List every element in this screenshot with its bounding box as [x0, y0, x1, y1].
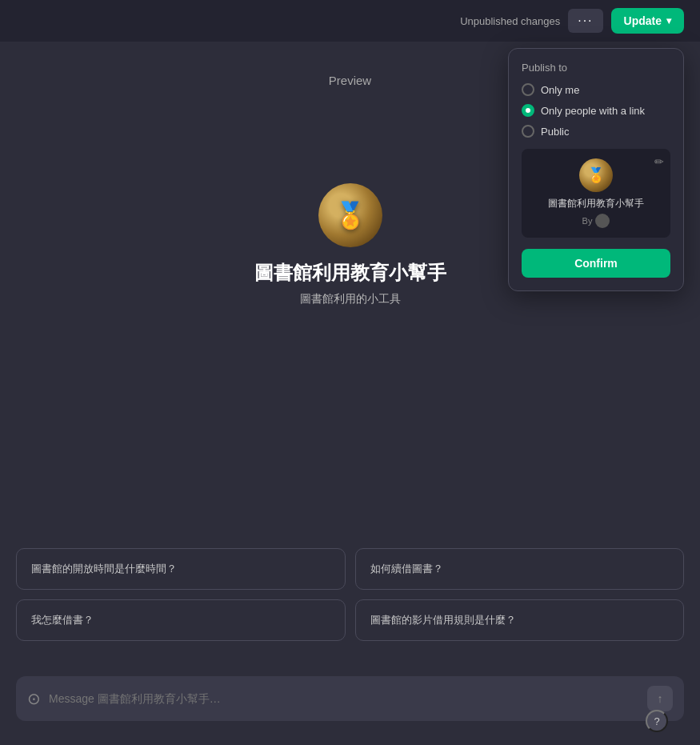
unpublished-label: Unpublished changes [460, 15, 560, 27]
suggestion-btn-3[interactable]: 圖書館的影片借用規則是什麼？ [355, 599, 685, 641]
suggestion-btn-0[interactable]: 圖書館的開放時間是什麼時間？ [16, 548, 346, 590]
message-bar: ⊙ ↑ [16, 676, 684, 721]
radio-label-link: Only people with a link [541, 105, 645, 117]
suggestion-btn-1[interactable]: 如何續借圖書？ [355, 548, 685, 590]
preview-label: Preview [329, 74, 371, 87]
avatar-icon: 🏅 [334, 200, 366, 230]
bot-card: 🏅 圖書館利用教育小幫手 圖書館利用的小工具 [254, 183, 446, 306]
update-button-label: Update [624, 14, 662, 27]
mini-avatar: 🏅 [579, 158, 613, 192]
bot-title: 圖書館利用教育小幫手 [254, 260, 446, 286]
more-button[interactable]: ··· [568, 9, 602, 33]
radio-label-only-me: Only me [541, 84, 579, 96]
bot-preview-card: ✏ 🏅 圖書館利用教育小幫手 By [522, 149, 670, 238]
send-button[interactable]: ↑ [647, 686, 673, 711]
attach-icon[interactable]: ⊙ [27, 689, 41, 708]
help-button[interactable]: ? [646, 710, 668, 732]
confirm-button[interactable]: Confirm [522, 249, 670, 278]
update-button[interactable]: Update ▾ [611, 8, 684, 34]
by-label: By [582, 216, 593, 226]
author-avatar [595, 214, 610, 228]
radio-link[interactable]: Only people with a link [522, 104, 670, 117]
message-input[interactable] [49, 692, 639, 705]
chevron-down-icon: ▾ [666, 15, 671, 26]
publish-dropdown: Publish to Only me Only people with a li… [508, 48, 684, 291]
bot-subtitle: 圖書館利用的小工具 [300, 292, 401, 306]
suggestions-area: 圖書館的開放時間是什麼時間？ 如何續借圖書？ 我怎麼借書？ 圖書館的影片借用規則… [16, 548, 684, 641]
edit-icon[interactable]: ✏ [654, 155, 664, 168]
radio-circle-link [522, 104, 534, 117]
topbar: Unpublished changes ··· Update ▾ [0, 0, 700, 42]
suggestion-btn-2[interactable]: 我怎麼借書？ [16, 599, 346, 641]
radio-public[interactable]: Public [522, 125, 670, 138]
radio-only-me[interactable]: Only me [522, 83, 670, 96]
bot-name-small: 圖書館利用教育小幫手 [548, 197, 644, 210]
radio-circle-public [522, 125, 534, 138]
publish-dropdown-title: Publish to [522, 62, 670, 74]
radio-label-public: Public [541, 126, 569, 138]
avatar: 🏅 [318, 183, 382, 247]
radio-circle-only-me [522, 83, 534, 96]
by-line: By [582, 214, 610, 228]
